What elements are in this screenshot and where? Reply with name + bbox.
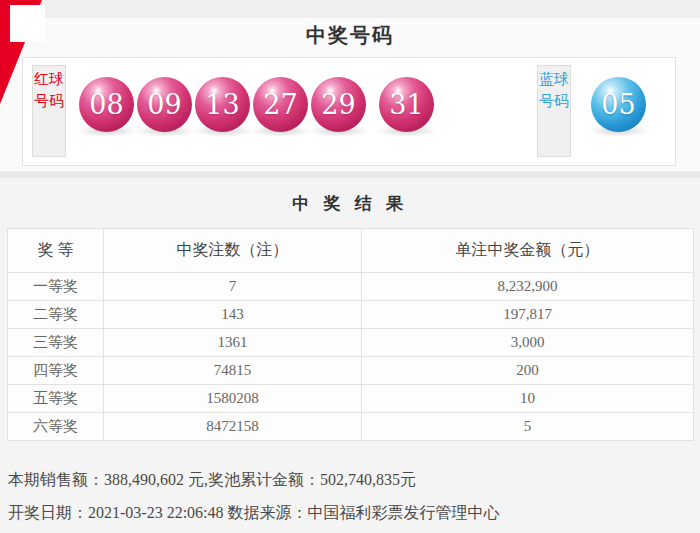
prize-level: 三等奖 [8,329,104,357]
table-row: 三等奖 1361 3,000 [8,329,694,357]
corner-cover [10,5,45,42]
red-ball-4: 27 [253,77,308,132]
table-row: 一等奖 7 8,232,900 [8,273,694,301]
blue-ball-label: 蓝球号码 [537,65,571,157]
result-section-title: 中 奖 结 果 [0,192,700,215]
ball-box: 红球号码 08 09 13 27 29 31 蓝球号码 05 [22,57,676,166]
red-ball-6: 31 [379,77,434,132]
winning-bets: 74815 [104,357,362,385]
table-header-row: 奖 等 中奖注数（注） 单注中奖金额（元） [8,229,694,273]
prize-level: 二等奖 [8,301,104,329]
prize-amount: 8,232,900 [362,273,694,301]
prize-level: 六等奖 [8,413,104,441]
winning-bets: 143 [104,301,362,329]
draw-date-source-line: 开奖日期：2021-03-23 22:06:48 数据来源：中国福利彩票发行管理… [8,503,696,524]
table-row: 五等奖 1580208 10 [8,385,694,413]
header-winning-bets: 中奖注数（注） [104,229,362,273]
prize-table: 奖 等 中奖注数（注） 单注中奖金额（元） 一等奖 7 8,232,900 二等… [7,228,694,441]
red-ball-5: 29 [311,77,366,132]
table-row: 六等奖 8472158 5 [8,413,694,441]
lottery-result-page: 中奖号码 红球号码 08 09 13 27 29 31 蓝球号码 05 中 奖 … [0,0,700,533]
prize-level: 五等奖 [8,385,104,413]
prize-amount: 3,000 [362,329,694,357]
winning-bets: 1361 [104,329,362,357]
prize-amount: 10 [362,385,694,413]
red-ball-2: 09 [137,77,192,132]
red-ball-1: 08 [79,77,134,132]
section-divider [0,171,700,178]
header-prize-amount: 单注中奖金额（元） [362,229,694,273]
red-ball-3: 13 [195,77,250,132]
prize-level: 四等奖 [8,357,104,385]
prize-amount: 5 [362,413,694,441]
winning-bets: 7 [104,273,362,301]
page-title: 中奖号码 [0,22,700,49]
header-prize-level: 奖 等 [8,229,104,273]
winning-bets: 8472158 [104,413,362,441]
blue-ball: 05 [591,77,646,132]
top-strip [0,0,700,18]
prize-amount: 200 [362,357,694,385]
table-row: 四等奖 74815 200 [8,357,694,385]
winning-bets: 1580208 [104,385,362,413]
table-row: 二等奖 143 197,817 [8,301,694,329]
prize-level: 一等奖 [8,273,104,301]
sales-summary-line: 本期销售额：388,490,602 元,奖池累计金额：502,740,835元 [8,470,696,491]
prize-amount: 197,817 [362,301,694,329]
